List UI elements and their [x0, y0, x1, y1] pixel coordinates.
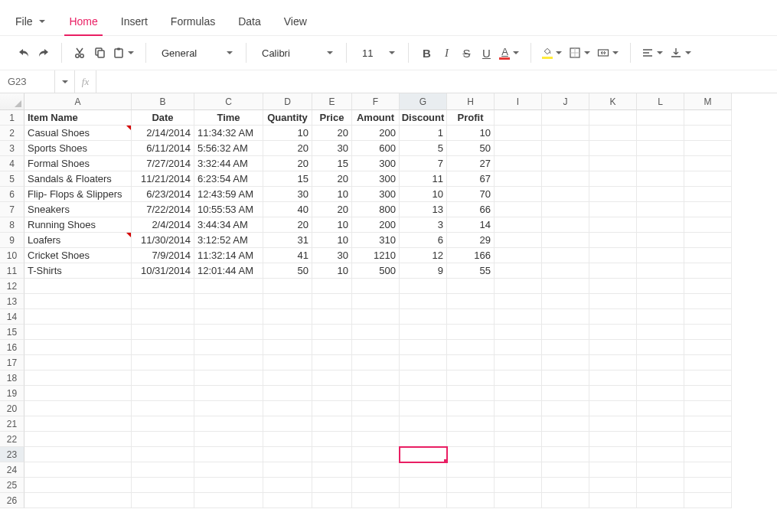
- column-header-M[interactable]: M: [684, 93, 732, 110]
- cell[interactable]: [194, 386, 263, 401]
- cell[interactable]: [194, 294, 263, 309]
- cell[interactable]: [447, 309, 495, 325]
- cell[interactable]: [194, 370, 263, 386]
- cell[interactable]: [132, 432, 194, 447]
- cell[interactable]: [684, 156, 732, 171]
- cell[interactable]: [637, 294, 684, 309]
- cell[interactable]: 2/14/2014: [132, 126, 194, 141]
- cell[interactable]: [263, 462, 312, 478]
- cell[interactable]: [312, 386, 352, 401]
- h-align-button[interactable]: [638, 42, 667, 64]
- cell[interactable]: 11:34:32 AM: [194, 126, 263, 141]
- cell[interactable]: [447, 432, 495, 447]
- cell[interactable]: [132, 416, 194, 432]
- cell[interactable]: [24, 325, 132, 340]
- cell[interactable]: [637, 493, 684, 508]
- cell[interactable]: [542, 171, 589, 187]
- cell[interactable]: [400, 386, 447, 401]
- cell[interactable]: [542, 370, 589, 386]
- cell[interactable]: [637, 462, 684, 478]
- cell[interactable]: 67: [447, 171, 495, 187]
- cell[interactable]: [589, 462, 637, 478]
- cell[interactable]: [24, 432, 132, 447]
- cell[interactable]: [352, 416, 400, 432]
- column-header-J[interactable]: J: [542, 93, 589, 110]
- cell[interactable]: [684, 401, 732, 416]
- cell[interactable]: [194, 447, 263, 462]
- borders-button[interactable]: [566, 42, 594, 64]
- row-header-11[interactable]: 11: [0, 263, 24, 279]
- cell[interactable]: [684, 263, 732, 279]
- cell[interactable]: 20: [263, 141, 312, 156]
- cell[interactable]: [542, 386, 589, 401]
- merge-button[interactable]: [594, 42, 622, 64]
- cell[interactable]: [589, 110, 637, 126]
- cell[interactable]: [263, 325, 312, 340]
- cell[interactable]: [542, 217, 589, 233]
- cell[interactable]: [400, 370, 447, 386]
- cell[interactable]: [352, 462, 400, 478]
- cell[interactable]: [194, 355, 263, 370]
- menu-data[interactable]: Data: [237, 11, 263, 35]
- cell[interactable]: [495, 340, 542, 355]
- cell[interactable]: [400, 493, 447, 508]
- cell[interactable]: [194, 493, 263, 508]
- cell[interactable]: [637, 355, 684, 370]
- row-header-20[interactable]: 20: [0, 401, 24, 416]
- cell[interactable]: [352, 386, 400, 401]
- cell[interactable]: [684, 217, 732, 233]
- cell[interactable]: Date: [132, 110, 194, 126]
- cell[interactable]: [684, 171, 732, 187]
- row-header-6[interactable]: 6: [0, 187, 24, 202]
- menu-formulas[interactable]: Formulas: [169, 11, 217, 35]
- cell[interactable]: [589, 126, 637, 141]
- cell[interactable]: [495, 156, 542, 171]
- cell[interactable]: [132, 401, 194, 416]
- cell[interactable]: [637, 401, 684, 416]
- cell[interactable]: [263, 279, 312, 294]
- cell[interactable]: [589, 401, 637, 416]
- cell[interactable]: [312, 432, 352, 447]
- cell[interactable]: [495, 493, 542, 508]
- cell[interactable]: [352, 294, 400, 309]
- cell[interactable]: [352, 493, 400, 508]
- cell[interactable]: Amount: [352, 110, 400, 126]
- cell[interactable]: [684, 248, 732, 263]
- cell[interactable]: 10: [312, 187, 352, 202]
- row-header-24[interactable]: 24: [0, 462, 24, 478]
- cell[interactable]: [447, 370, 495, 386]
- cell[interactable]: [589, 263, 637, 279]
- cell[interactable]: [495, 370, 542, 386]
- cell[interactable]: 1: [400, 126, 447, 141]
- cell[interactable]: [263, 355, 312, 370]
- cell[interactable]: [589, 187, 637, 202]
- cell[interactable]: [542, 340, 589, 355]
- cell[interactable]: 12:43:59 AM: [194, 187, 263, 202]
- cell[interactable]: [447, 325, 495, 340]
- cell[interactable]: 10: [400, 187, 447, 202]
- cell[interactable]: [312, 493, 352, 508]
- cell[interactable]: 10: [312, 217, 352, 233]
- cell[interactable]: [589, 202, 637, 217]
- cell[interactable]: [542, 233, 589, 248]
- cell[interactable]: [132, 340, 194, 355]
- cell[interactable]: [495, 478, 542, 493]
- cell[interactable]: [684, 340, 732, 355]
- cell[interactable]: [447, 416, 495, 432]
- cell[interactable]: [447, 447, 495, 462]
- cell[interactable]: [400, 309, 447, 325]
- cell[interactable]: [447, 462, 495, 478]
- cell[interactable]: [194, 340, 263, 355]
- row-header-22[interactable]: 22: [0, 432, 24, 447]
- cell[interactable]: [400, 401, 447, 416]
- cell[interactable]: [263, 309, 312, 325]
- row-header-23[interactable]: 23: [0, 447, 24, 462]
- column-header-G[interactable]: G: [400, 93, 447, 110]
- cell[interactable]: [589, 386, 637, 401]
- cell[interactable]: 300: [352, 171, 400, 187]
- cell[interactable]: [312, 279, 352, 294]
- cell[interactable]: [542, 202, 589, 217]
- cell[interactable]: [495, 233, 542, 248]
- formula-input[interactable]: [96, 70, 777, 93]
- cell[interactable]: Flip- Flops & Slippers: [24, 187, 132, 202]
